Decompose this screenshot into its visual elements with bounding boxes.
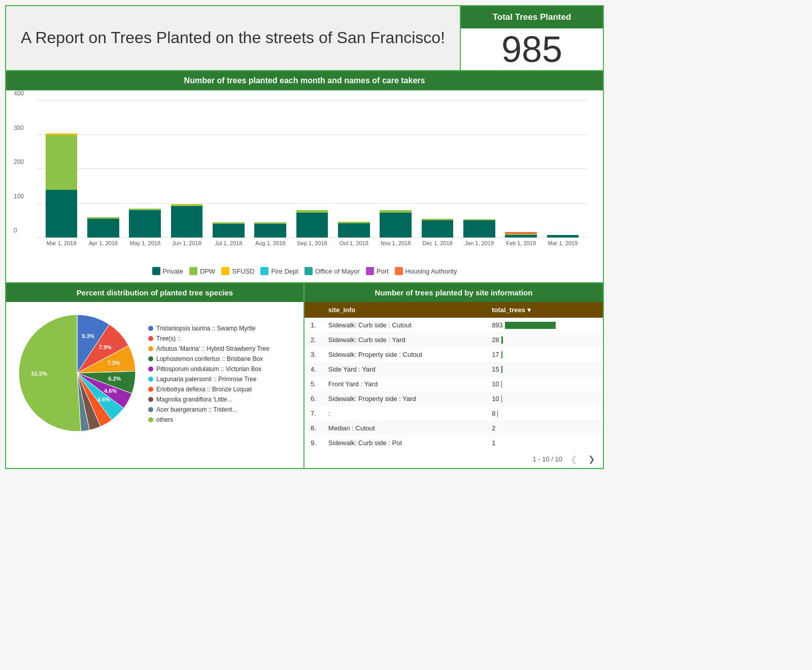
pagination-label: 1 - 10 / 10 — [532, 455, 562, 463]
pie-legend-item: Lagunaria patersonii :: Primrose Tree — [148, 376, 269, 383]
pie-legend-item: Lophostemon confertus :: Brisbane Box — [148, 355, 269, 362]
pie-legend: Tristaniopsis laurina :: Swamp MyrtleTre… — [148, 325, 269, 423]
pie-legend-label: Arbutus 'Marina' :: Hybrid Strawberry Tr… — [156, 345, 269, 352]
legend-color-box — [221, 267, 229, 275]
legend-item: SFUSD — [221, 267, 254, 275]
x-axis-label: Apr 1, 2018 — [83, 240, 123, 246]
row-trees: 28 — [486, 332, 603, 347]
table-row: 6.Sidewalk: Property side : Yard10 — [304, 391, 603, 406]
pie-legend-dot — [148, 407, 153, 412]
row-trees: 1 — [486, 436, 603, 450]
tree-bar — [505, 322, 556, 329]
pie-legend-item: Acer buergeranum :: Trident... — [148, 406, 269, 413]
legend-color-box — [189, 267, 197, 275]
pie-legend-dot — [148, 417, 153, 422]
table-row: 9.Sidewalk: Curb side : Pot1 — [304, 436, 603, 450]
pie-slice — [19, 315, 81, 431]
legend-color-box — [260, 267, 268, 275]
tree-bar — [501, 337, 503, 344]
bar-segment-private — [171, 206, 203, 238]
next-page-button[interactable]: ❯ — [585, 453, 598, 465]
row-site: Sidewalk: Property side : Cutout — [322, 347, 486, 362]
tree-count: 2 — [492, 424, 495, 432]
x-axis-label: Jul 1, 2018 — [209, 240, 248, 246]
x-axis-label: May 1, 2018 — [125, 240, 165, 246]
pie-legend-dot — [148, 336, 153, 341]
pie-legend-dot — [148, 356, 153, 361]
bar-stack — [129, 209, 161, 238]
table-row: 8.Median : Cutout2 — [304, 421, 603, 436]
bar-group — [292, 100, 332, 238]
row-site: Median : Cutout — [322, 421, 486, 436]
x-axis-labels: Mar 1, 2018Apr 1, 2018May 1, 2018Jun 1, … — [37, 238, 588, 246]
legend-label: DPW — [200, 267, 215, 275]
pie-legend-dot — [148, 387, 153, 392]
pie-legend-label: Pittosporum undulatum :: Victorian Box — [156, 365, 261, 373]
row-site: Sidewalk: Curb side : Cutout — [322, 318, 486, 332]
x-axis-label: Mar 1, 2018 — [42, 240, 81, 246]
pie-legend-label: others — [156, 416, 173, 423]
legend-label: Port — [377, 267, 389, 275]
row-trees: 10 — [486, 391, 603, 406]
header-row: A Report on Trees Planted on the streets… — [6, 6, 603, 71]
y-axis-label: 0 — [14, 227, 17, 234]
x-axis-label: Oct 1, 2018 — [334, 240, 374, 246]
pie-content: 9.3%7.9%7.3%6.2%4.6%4.6%51.5% Tristaniop… — [6, 302, 303, 446]
bar-segment-private — [213, 224, 245, 238]
bar-chart-legend: PrivateDPWSFUSDFire DeptOffice of MayorP… — [6, 263, 603, 282]
bar-group — [209, 100, 248, 238]
y-axis-label: 100 — [14, 193, 24, 200]
legend-item: Private — [152, 267, 183, 275]
pie-label: 4.6% — [104, 388, 117, 394]
row-trees: 8 — [486, 406, 603, 421]
tree-count: 15 — [492, 365, 499, 373]
pie-legend-dot — [148, 326, 153, 331]
pie-label: 9.3% — [82, 333, 94, 339]
legend-item: Fire Dept — [260, 267, 298, 275]
legend-color-box — [304, 267, 313, 275]
bar-group — [125, 100, 165, 238]
bottom-row: Percent distribution of planted tree spe… — [6, 283, 603, 468]
row-num: 3. — [304, 347, 322, 362]
legend-color-box — [395, 267, 403, 275]
pie-legend-dot — [148, 366, 153, 372]
tree-bar — [501, 366, 502, 373]
x-axis-label: Dec 1, 2018 — [418, 240, 457, 246]
bar-stack — [254, 222, 286, 238]
row-site: Side Yard : Yard — [322, 362, 486, 377]
x-axis-label: Sep 1, 2018 — [292, 240, 332, 246]
tree-bar — [501, 381, 502, 388]
row-site: Front Yard : Yard — [322, 377, 486, 391]
pie-chart-title: Percent distribution of planted tree spe… — [6, 283, 303, 302]
bar-group — [167, 100, 207, 238]
bar-stack — [87, 217, 119, 238]
bar-group — [501, 100, 540, 238]
bar-group — [251, 100, 290, 238]
table-row: 7.:8 — [304, 406, 603, 421]
table-footer: 1 - 10 / 10 ❮ ❯ — [304, 450, 603, 468]
bar-group — [334, 100, 374, 238]
pie-legend-item: others — [148, 416, 269, 423]
col-num — [304, 302, 322, 318]
legend-item: Housing Authority — [395, 267, 457, 275]
pie-legend-item: Tristaniopsis laurina :: Swamp Myrtle — [148, 325, 269, 332]
pie-label: 4.6% — [97, 396, 110, 403]
sort-icon[interactable]: ▾ — [527, 306, 531, 314]
tree-count: 28 — [492, 336, 499, 344]
tree-bar — [497, 410, 498, 417]
row-trees: 15 — [486, 362, 603, 377]
pie-label: 6.2% — [108, 376, 121, 382]
bar-stack — [380, 210, 412, 238]
legend-item: DPW — [189, 267, 215, 275]
pie-legend-label: Lophostemon confertus :: Brisbane Box — [156, 355, 263, 362]
table-row: 5.Front Yard : Yard10 — [304, 377, 603, 391]
bar-segment-private — [422, 220, 454, 238]
table-row: 4.Side Yard : Yard15 — [304, 362, 603, 377]
bar-segment-private — [46, 190, 78, 238]
pie-legend-item: Pittosporum undulatum :: Victorian Box — [148, 365, 269, 373]
bar-stack — [46, 133, 78, 238]
pie-legend-label: Tree(s) :: — [156, 335, 181, 342]
pie-legend-item: Tree(s) :: — [148, 335, 269, 342]
prev-page-button[interactable]: ❮ — [567, 453, 580, 465]
row-num: 2. — [304, 332, 322, 347]
